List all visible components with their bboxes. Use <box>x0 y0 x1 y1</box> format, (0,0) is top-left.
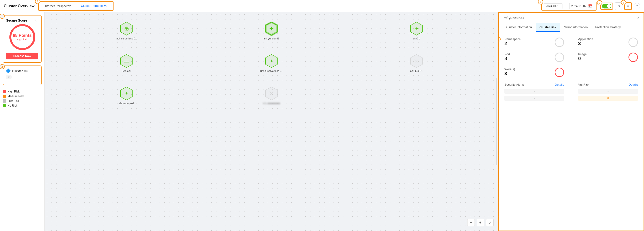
pod-label: Pod <box>504 52 510 56</box>
cluster-node-ack-serverless-01[interactable]: ⬡ ✦ ack-serverless-01 <box>116 21 137 40</box>
app-container: Cluster Overview 3 Internet Perspective … <box>0 0 644 231</box>
cluster-node-lvfs-blurred[interactable]: lvfs-■■■■■■■■ <box>263 86 280 105</box>
hex-icon-lvfs-blurred <box>264 86 278 100</box>
risk-item-medium[interactable]: Medium Risk <box>3 95 42 98</box>
low-risk-icon <box>3 99 6 103</box>
tab-mirror-information[interactable]: Mirror information <box>560 23 592 32</box>
medium-risk-label: Medium Risk <box>8 95 24 98</box>
fullscreen-button[interactable]: ⤢ <box>486 219 494 226</box>
cluster-title: Cluster <box>12 69 23 73</box>
svg-text:✦: ✦ <box>270 59 273 63</box>
tab-cluster-risk[interactable]: Cluster risk <box>536 23 560 32</box>
cluster-node-ack-pro-01[interactable]: ack-pro-01 <box>410 54 424 72</box>
security-alerts-title: Security Alerts <box>504 83 524 86</box>
map-controls: − + ⤢ <box>467 219 494 226</box>
namespace-value: 2 <box>504 41 520 46</box>
namespace-circle <box>555 37 564 47</box>
right-panel: lmf-yundun81 ∧ Cluster information Clust… <box>498 12 644 231</box>
tabs-container: Internet Perspective Cluster Perspective <box>38 1 114 11</box>
risk-item-low[interactable]: Low Risk <box>3 99 42 103</box>
page-title: Cluster Overview <box>4 4 34 8</box>
header-actions: 6 ↻ 7 ⬇ ? <box>600 2 640 10</box>
risk-item-high[interactable]: High Risk <box>3 90 42 93</box>
tab-protection-strategy[interactable]: Protection strategy <box>592 23 624 32</box>
annotation-6: 6 <box>597 0 602 5</box>
node-label-ask01: ask01 <box>413 37 420 40</box>
sidebar: 1 Secure Score ⓘ 68 Points High Risk Pro… <box>0 12 45 231</box>
security-alert-tag-0: - <box>504 89 564 94</box>
risk-item-none[interactable]: No Risk <box>3 104 42 107</box>
cluster-node-lvfs-eci[interactable]: lvfs-eci <box>120 54 134 72</box>
no-risk-label: No Risk <box>8 104 18 107</box>
tab-internet[interactable]: Internet Perspective <box>41 3 76 9</box>
cluster-node-zhh-ack-pro1[interactable]: ✦ zhh-ack-pro1 <box>119 86 134 105</box>
node-label-ack-pro-01: ack-pro-01 <box>410 69 422 72</box>
svg-text:✦: ✦ <box>125 91 128 96</box>
process-now-button[interactable]: Process Now <box>6 53 38 59</box>
right-panel-header: lmf-yundun81 ∧ <box>499 13 644 23</box>
security-alerts-section: Security Alerts Details - - <box>504 83 564 101</box>
secure-score-title: Secure Score <box>6 18 27 22</box>
toggle-switch[interactable] <box>602 4 611 8</box>
metric-image-row: Image 0 <box>578 52 638 62</box>
date-separator: — <box>564 4 568 8</box>
image-circle <box>628 53 638 62</box>
map-area: ⬡ ✦ ack-serverless-01 ✦ <box>45 12 498 231</box>
metric-works: Work(s) 3 <box>504 67 564 77</box>
application-label: Application <box>578 37 593 41</box>
medium-risk-icon <box>3 95 6 98</box>
cluster-badge: 0 <box>6 75 12 79</box>
works-value: 3 <box>504 71 515 76</box>
zoom-in-button[interactable]: + <box>477 219 484 226</box>
vul-risk-details-link[interactable]: Details <box>628 83 638 86</box>
vul-risk-title: Vul Risk <box>578 83 589 86</box>
cluster-node-ask01[interactable]: ✦ ask01 <box>410 21 424 40</box>
zoom-out-button[interactable]: − <box>467 219 475 226</box>
security-alerts-details-link[interactable]: Details <box>555 83 564 86</box>
toggle-container <box>600 2 613 10</box>
hex-icon-junshi: ✦ <box>264 54 278 68</box>
calendar-icon: 📅 <box>588 4 592 8</box>
map-inner: ⬡ ✦ ack-serverless-01 ✦ <box>45 12 498 114</box>
metric-namespace-row: Namespace 2 <box>504 37 564 47</box>
works-label: Work(s) <box>504 67 515 71</box>
risk-legend: High Risk Medium Risk Low Risk No Risk <box>3 88 42 107</box>
right-panel-close-button[interactable]: ∧ <box>637 15 640 20</box>
cluster-node-junshi[interactable]: ✦ junshi-serverless-te... <box>260 54 283 72</box>
secure-score-header: Secure Score ⓘ <box>6 18 38 22</box>
metric-image: Image 0 <box>578 52 638 62</box>
cluster-header: 🔷 Cluster (8) <box>6 68 39 73</box>
application-value: 3 <box>578 41 593 46</box>
image-value: 0 <box>578 56 587 61</box>
secure-score-help-icon[interactable]: ⓘ <box>36 18 38 22</box>
vul-risk-tag-0: - <box>578 89 638 94</box>
panel-tabs: Cluster information Cluster risk Mirror … <box>499 23 644 32</box>
hex-icon-ack-pro-01 <box>410 54 424 68</box>
node-label-zhh-ack-pro1: zhh-ack-pro1 <box>119 102 134 105</box>
node-label-lvfs-eci: lvfs-eci <box>122 69 130 72</box>
tab-cluster-information[interactable]: Cluster information <box>502 23 536 32</box>
tab-cluster[interactable]: Cluster Perspective <box>77 2 111 9</box>
date-to[interactable]: 2024-01-16 📅 <box>569 3 594 9</box>
cluster-node-lmf-yundun81[interactable]: ✦ lmf-yundun81 <box>264 21 280 40</box>
date-from[interactable]: 2024-01-10 <box>544 3 562 9</box>
node-label-junshi: junshi-serverless-te... <box>260 69 283 72</box>
score-risk: High Risk <box>17 38 28 41</box>
node-label-lmf-yundun81: lmf-yundun81 <box>264 37 280 40</box>
right-panel-title: lmf-yundun81 <box>502 16 524 20</box>
svg-text:✦: ✦ <box>414 26 418 31</box>
cluster-section: 🔷 Cluster (8) 0 <box>3 65 42 85</box>
hex-icon-lmf-yundun81: ✦ <box>264 21 278 36</box>
hex-icon-ack-serverless-01: ⬡ ✦ <box>120 21 134 36</box>
metric-namespace: Namespace 2 <box>504 37 564 47</box>
hex-icon-zhh-ack-pro1: ✦ <box>120 86 134 100</box>
svg-text:✦: ✦ <box>269 25 274 32</box>
metric-pod-row: Pod 8 <box>504 52 564 62</box>
cluster-icon: 🔷 <box>6 68 11 73</box>
annotation-7: 7 <box>621 0 626 5</box>
map-scrollbar[interactable] <box>496 78 497 166</box>
help-button[interactable]: ? <box>634 3 640 9</box>
score-circle: 68 Points High Risk <box>10 24 35 50</box>
cluster-count: (8) <box>24 69 28 72</box>
metric-application: Application 3 <box>578 37 638 47</box>
